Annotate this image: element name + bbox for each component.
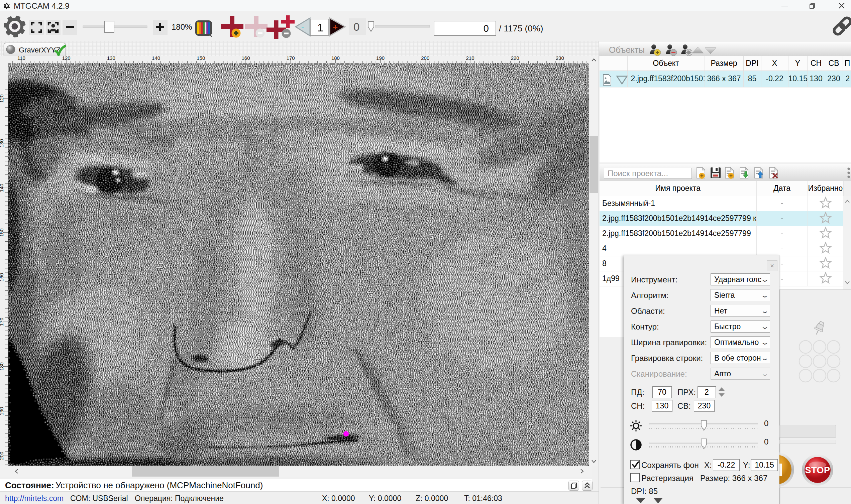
- svg-text:190: 190: [376, 56, 385, 61]
- svg-text:130: 130: [107, 56, 116, 61]
- svg-text:STOP: STOP: [805, 465, 830, 475]
- svg-text:130: 130: [0, 139, 4, 147]
- svg-text:-: -: [301, 22, 304, 31]
- svg-text:150: 150: [197, 56, 205, 61]
- svg-text:110: 110: [17, 56, 25, 61]
- svg-text:200: 200: [421, 56, 429, 61]
- svg-text:140: 140: [0, 184, 4, 192]
- svg-text:200: 200: [0, 451, 4, 460]
- svg-text:170: 170: [287, 56, 295, 61]
- svg-text:160: 160: [0, 273, 4, 282]
- svg-text:/ 1175 (0%): / 1175 (0%): [499, 23, 543, 33]
- svg-text:180: 180: [0, 362, 4, 371]
- svg-text:180: 180: [331, 56, 340, 61]
- svg-text:160: 160: [242, 56, 250, 61]
- svg-text:150: 150: [0, 228, 4, 237]
- svg-text:140: 140: [152, 56, 160, 61]
- svg-text:+: +: [333, 22, 338, 32]
- svg-text:1: 1: [317, 21, 323, 34]
- svg-text:180%: 180%: [172, 22, 192, 32]
- svg-text:120: 120: [0, 94, 4, 103]
- svg-text:0: 0: [483, 23, 489, 34]
- svg-text:170: 170: [0, 318, 4, 326]
- svg-text:220: 220: [511, 56, 519, 61]
- svg-text:190: 190: [0, 407, 4, 415]
- svg-text:0: 0: [353, 21, 359, 33]
- svg-text:210: 210: [466, 56, 474, 61]
- svg-text:230: 230: [556, 56, 564, 61]
- svg-text:120: 120: [62, 56, 71, 61]
